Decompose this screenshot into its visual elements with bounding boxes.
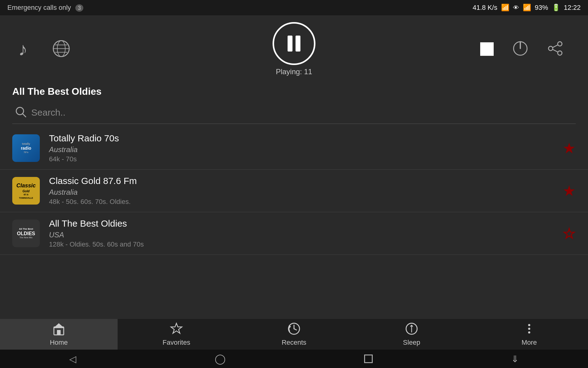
station-info-1: Totally Radio 70s Australia 64k - 70s [49, 133, 553, 163]
nav-label-more: More [522, 339, 537, 347]
power-button[interactable] [512, 40, 529, 58]
nav-label-sleep: Sleep [403, 339, 420, 347]
nav-item-favorites[interactable]: Favorites [118, 319, 235, 350]
nav-item-recents[interactable]: Recents [235, 319, 353, 350]
station-title: All The Best Oldies [0, 83, 588, 103]
bottom-nav: Home Favorites Recents [0, 319, 588, 350]
recents-icon [287, 322, 301, 337]
nav-item-home[interactable]: Home [0, 319, 118, 350]
player-right [480, 40, 564, 58]
emergency-calls: Emergency calls only 3 [7, 4, 83, 12]
station-list: totally radio 70's Totally Radio 70s Aus… [0, 127, 588, 256]
station-country-1: Australia [49, 145, 553, 154]
svg-line-20 [294, 329, 296, 330]
station-meta-2: 48k - 50s. 60s. 70s. Oldies. [49, 198, 553, 206]
nav-item-more[interactable]: More [470, 319, 588, 350]
more-icon [522, 322, 536, 337]
square-button[interactable] [364, 355, 373, 363]
svg-line-10 [553, 45, 558, 48]
status-right: 41.8 K/s 📶 👁 📶 93% 🔋 12:22 [473, 4, 581, 12]
favorites-icon [170, 322, 183, 337]
bluetooth-icon: 📶 [501, 4, 509, 12]
station-info-2: Classic Gold 87.6 Fm Australia 48k - 50s… [49, 176, 553, 206]
music-icon: ♪ [18, 39, 28, 60]
home-icon [52, 322, 66, 337]
notification-badge: 3 [75, 4, 83, 12]
station-meta-3: 128k - Oldies. 50s. 60s and 70s [49, 240, 553, 248]
svg-point-9 [558, 51, 562, 55]
nav-label-recents: Recents [282, 339, 307, 347]
station-logo-3: All The Best OLDIES The New Mix [12, 220, 40, 247]
sys-nav: ◁ ◯ ⇓ [0, 350, 588, 368]
table-row[interactable]: America's 70s Hits Americas Greatest 70s… [0, 255, 588, 256]
player-center: Playing: 11 [273, 22, 315, 76]
svg-marker-16 [53, 323, 64, 328]
station-logo-2: Classic Gold 87.6 TOWNSVILLE [12, 177, 40, 205]
table-row[interactable]: Classic Gold 87.6 TOWNSVILLE Classic Gol… [0, 170, 588, 212]
svg-point-26 [528, 324, 530, 326]
battery-level: 93% [535, 4, 548, 12]
nav-label-home: Home [50, 339, 68, 347]
back-button[interactable]: ◁ [69, 354, 76, 364]
favorite-button-3[interactable]: ☆ [563, 225, 576, 242]
svg-point-7 [558, 42, 562, 46]
station-name-1: Totally Radio 70s [49, 133, 553, 144]
station-logo-1: totally radio 70's [12, 134, 40, 162]
station-meta-1: 64k - 70s [49, 155, 553, 163]
svg-marker-17 [171, 323, 182, 333]
search-icon [15, 106, 26, 119]
table-row[interactable]: totally radio 70's Totally Radio 70s Aus… [0, 127, 588, 170]
svg-line-13 [23, 114, 26, 117]
clock: 12:22 [564, 4, 581, 12]
home-button[interactable]: ◯ [215, 353, 226, 365]
station-name-2: Classic Gold 87.6 Fm [49, 176, 553, 186]
search-input[interactable] [31, 107, 573, 118]
share-button[interactable] [547, 40, 564, 58]
sleep-icon [405, 322, 418, 337]
wifi-icon: 📶 [523, 4, 531, 12]
eye-icon: 👁 [513, 4, 519, 11]
globe-icon[interactable] [52, 39, 70, 59]
nav-item-sleep[interactable]: Sleep [353, 319, 470, 350]
svg-point-27 [528, 328, 530, 330]
network-speed: 41.8 K/s [473, 4, 497, 12]
table-row[interactable]: All The Best OLDIES The New Mix All The … [0, 212, 588, 255]
station-country-2: Australia [49, 188, 553, 197]
station-name-3: All The Best Oldies [49, 218, 553, 229]
svg-point-28 [528, 332, 530, 334]
playing-label: Playing: 11 [276, 67, 312, 76]
download-icon: ⇓ [511, 354, 519, 364]
svg-point-8 [548, 46, 553, 51]
stop-button[interactable] [480, 42, 494, 56]
station-country-3: USA [49, 231, 553, 239]
station-info-3: All The Best Oldies USA 128k - Oldies. 5… [49, 218, 553, 248]
favorite-button-1[interactable]: ★ [563, 140, 576, 157]
player-area: ♪ Playing: 11 [0, 15, 588, 83]
favorite-button-2[interactable]: ★ [563, 182, 576, 199]
pause-button[interactable] [273, 22, 315, 65]
nav-label-favorites: Favorites [163, 339, 190, 347]
battery-icon: 🔋 [552, 4, 560, 12]
status-bar: Emergency calls only 3 41.8 K/s 📶 👁 📶 93… [0, 0, 588, 15]
svg-rect-15 [57, 330, 61, 335]
svg-line-11 [553, 49, 558, 52]
search-bar [12, 103, 576, 124]
